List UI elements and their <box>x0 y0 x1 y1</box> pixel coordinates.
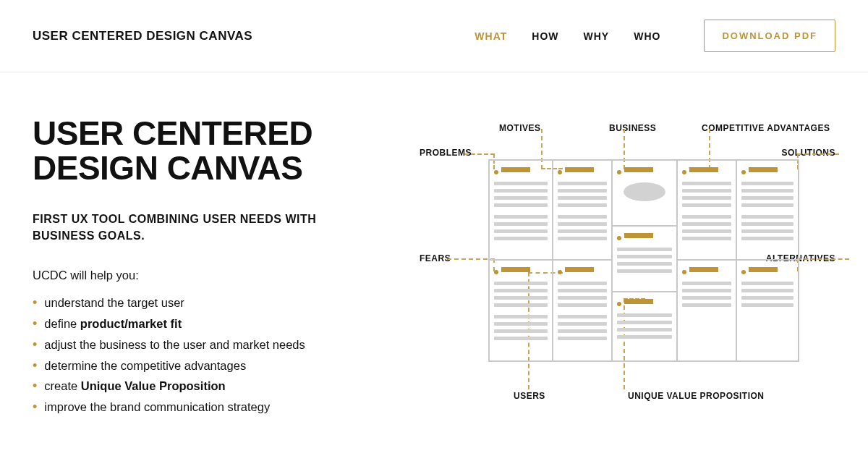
nav-who[interactable]: WHO <box>634 30 660 42</box>
hero-text: USER CENTERED DESIGN CANVAS FIRST UX TOO… <box>33 116 391 418</box>
cell-solutions <box>737 161 798 261</box>
benefit-item: improve the brand communication strategy <box>33 397 391 418</box>
col-motives <box>553 161 613 360</box>
col-business <box>613 161 678 360</box>
primary-nav: WHAT HOW WHY WHO DOWNLOAD PDF <box>475 20 835 52</box>
download-pdf-button[interactable]: DOWNLOAD PDF <box>704 20 835 52</box>
cell-alternatives <box>737 261 798 360</box>
cell-motives <box>553 161 611 261</box>
nav-how[interactable]: HOW <box>532 30 558 42</box>
hero-tagline: FIRST UX TOOL COMBINING USER NEEDS WITH … <box>33 211 322 244</box>
cell-problems <box>490 161 552 261</box>
label-motives: MOTIVES <box>499 123 541 133</box>
label-uvp: UNIQUE VALUE PROPOSITION <box>628 391 764 401</box>
cell-business <box>613 161 676 227</box>
benefits-list: understand the target user define produc… <box>33 292 391 418</box>
hero-title-line1: USER CENTERED <box>33 114 312 152</box>
col-advantages <box>678 161 737 360</box>
benefit-item: understand the target user <box>33 292 391 313</box>
cell-fears <box>490 261 552 360</box>
site-header: USER CENTERED DESIGN CANVAS WHAT HOW WHY… <box>0 0 868 72</box>
hero-title: USER CENTERED DESIGN CANVAS <box>33 116 391 186</box>
label-advantages: COMPETITIVE ADVANTAGES <box>702 123 830 133</box>
benefit-item: adjust the business to the user and mark… <box>33 334 391 355</box>
label-users: USERS <box>514 391 545 401</box>
cell-advantages <box>678 161 736 261</box>
nav-what[interactable]: WHAT <box>475 30 507 42</box>
nav-why[interactable]: WHY <box>584 30 610 42</box>
site-logo: USER CENTERED DESIGN CANVAS <box>33 29 252 43</box>
main-content: USER CENTERED DESIGN CANVAS FIRST UX TOO… <box>0 72 868 418</box>
hero-title-line2: DESIGN CANVAS <box>33 149 302 187</box>
col-solutions <box>737 161 798 360</box>
cell-users <box>553 261 611 360</box>
label-business: BUSINESS <box>609 123 656 133</box>
benefit-item: create Unique Value Proposition <box>33 376 391 397</box>
label-solutions: SOLUTIONS <box>781 148 835 158</box>
col-problems <box>490 161 553 360</box>
label-fears: FEARS <box>420 253 451 263</box>
benefit-item: determine the competitive advantages <box>33 355 391 376</box>
benefits-intro: UCDC will help you: <box>33 269 391 282</box>
canvas-frame <box>488 159 799 362</box>
cell-adv-bottom <box>678 261 736 360</box>
canvas-diagram: MOTIVES BUSINESS COMPETITIVE ADVANTAGES … <box>420 116 835 418</box>
cell-uvp <box>613 292 676 360</box>
cell-mid <box>613 227 676 292</box>
label-problems: PROBLEMS <box>420 148 472 158</box>
benefit-item: define product/market fit <box>33 313 391 334</box>
